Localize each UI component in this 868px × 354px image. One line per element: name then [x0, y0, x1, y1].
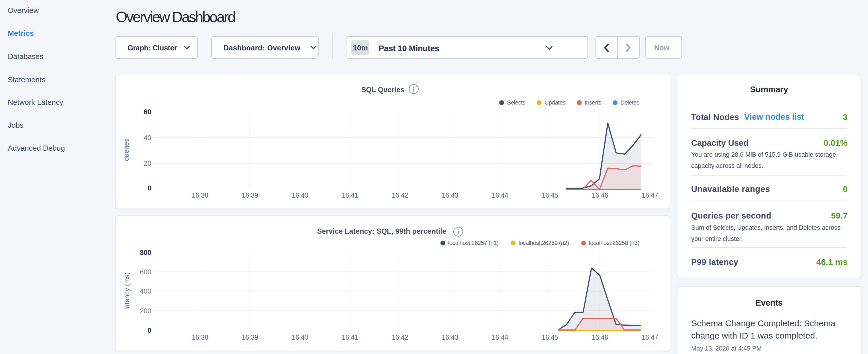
svg-text:16:41: 16:41: [342, 192, 359, 199]
svg-text:16:38: 16:38: [192, 334, 208, 341]
svg-text:16:42: 16:42: [392, 192, 408, 199]
svg-text:16:41: 16:41: [342, 334, 359, 341]
svg-text:16:45: 16:45: [541, 334, 558, 341]
svg-text:0: 0: [148, 326, 151, 334]
svg-text:16:39: 16:39: [242, 192, 258, 199]
svg-text:16:43: 16:43: [442, 192, 458, 199]
svg-text:16:42: 16:42: [392, 334, 408, 341]
svg-text:16:40: 16:40: [292, 334, 308, 341]
svg-text:16:43: 16:43: [442, 334, 458, 341]
svg-text:20: 20: [144, 160, 151, 167]
svg-text:16:44: 16:44: [492, 192, 508, 199]
svg-text:16:38: 16:38: [192, 192, 208, 199]
svg-text:16:47: 16:47: [642, 192, 658, 199]
svg-text:queries: queries: [122, 139, 130, 161]
svg-text:16:46: 16:46: [592, 192, 608, 199]
svg-text:16:45: 16:45: [541, 192, 558, 199]
svg-text:latency (ms): latency (ms): [123, 272, 131, 310]
svg-text:16:47: 16:47: [642, 334, 658, 341]
svg-text:400: 400: [140, 287, 151, 295]
svg-text:200: 200: [140, 307, 151, 315]
svg-text:16:39: 16:39: [242, 334, 258, 341]
svg-text:0: 0: [148, 184, 151, 192]
svg-text:600: 600: [140, 268, 151, 276]
svg-text:16:40: 16:40: [292, 192, 308, 199]
svg-text:800: 800: [140, 249, 151, 256]
svg-text:60: 60: [144, 108, 151, 116]
svg-text:16:46: 16:46: [592, 334, 608, 341]
svg-text:16:44: 16:44: [492, 334, 508, 341]
svg-text:40: 40: [144, 134, 151, 141]
